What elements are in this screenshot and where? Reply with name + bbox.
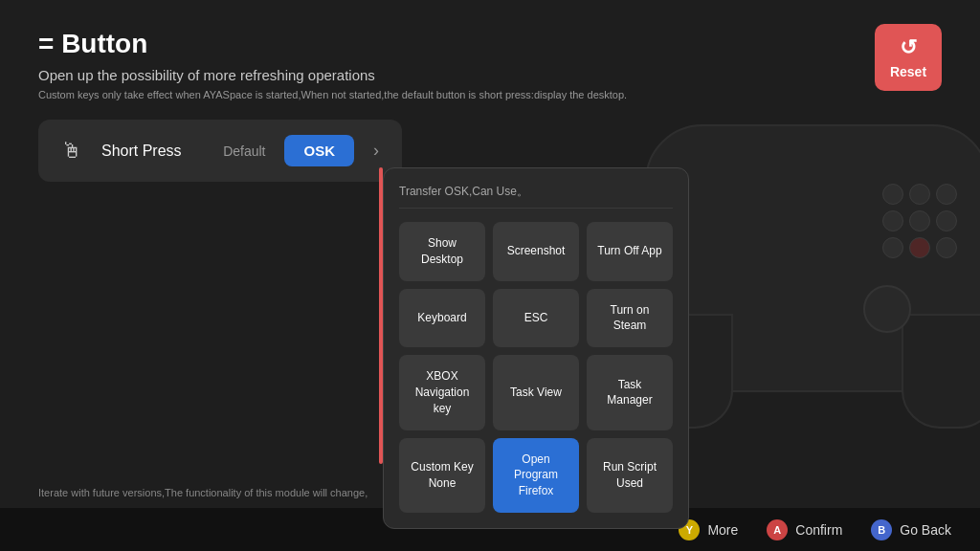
- btn-open-program-firefox[interactable]: Open ProgramFirefox: [493, 438, 579, 513]
- dropdown-popup: Transfer OSK,Can Use。 ShowDesktop Screen…: [383, 167, 689, 529]
- a-button-icon: A: [767, 519, 788, 540]
- reset-icon: ↺: [900, 35, 917, 60]
- short-press-label: Short Press: [101, 143, 204, 160]
- page-subtitle: Open up the possibility of more refreshi…: [38, 67, 942, 83]
- grid-buttons: ShowDesktop Screenshot Turn Off App Keyb…: [399, 222, 673, 513]
- btn-xbox-nav[interactable]: XBOXNavigation key: [399, 355, 485, 430]
- chevron-right-icon: ›: [373, 141, 379, 161]
- btn-task-view[interactable]: Task View: [493, 355, 579, 430]
- confirm-button[interactable]: A Confirm: [767, 519, 842, 540]
- btn-esc[interactable]: ESC: [493, 289, 579, 348]
- page-note: Custom keys only take effect when AYASpa…: [38, 89, 942, 100]
- btn-run-script[interactable]: Run ScriptUsed: [587, 438, 673, 513]
- osk-button[interactable]: OSK: [284, 135, 354, 166]
- btn-screenshot[interactable]: Screenshot: [493, 222, 579, 281]
- more-label: More: [707, 522, 738, 538]
- go-back-button[interactable]: B Go Back: [871, 519, 951, 540]
- bottom-info: Iterate with future versions,The functio…: [38, 487, 368, 498]
- confirm-label: Confirm: [795, 522, 842, 538]
- short-press-card: 🖱 Short Press Default OSK ›: [38, 120, 402, 182]
- btn-custom-key[interactable]: Custom KeyNone: [399, 438, 485, 513]
- go-back-label: Go Back: [900, 522, 951, 538]
- btn-turn-on-steam[interactable]: Turn onSteam: [587, 289, 673, 348]
- btn-show-desktop[interactable]: ShowDesktop: [399, 222, 485, 281]
- hand-icon: 🖱: [61, 139, 82, 164]
- reset-button[interactable]: ↺ Reset: [875, 24, 942, 91]
- btn-task-manager[interactable]: TaskManager: [587, 355, 673, 430]
- page-title: = Button: [38, 29, 942, 59]
- dropdown-header: Transfer OSK,Can Use。: [399, 184, 673, 209]
- default-label: Default: [223, 143, 265, 159]
- b-button-icon: B: [871, 519, 892, 540]
- btn-keyboard[interactable]: Keyboard: [399, 289, 485, 348]
- reset-label: Reset: [890, 64, 926, 79]
- btn-turn-off-app[interactable]: Turn Off App: [587, 222, 673, 281]
